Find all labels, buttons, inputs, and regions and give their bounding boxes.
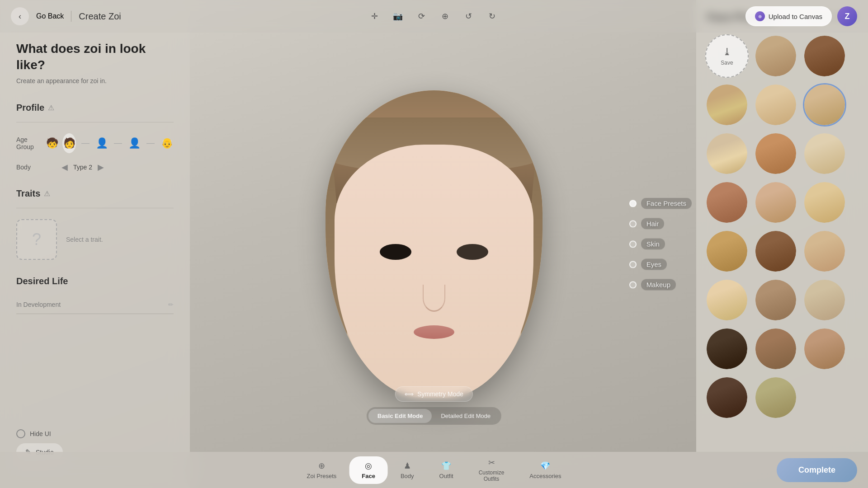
move-icon[interactable]: ✛ bbox=[366, 8, 382, 24]
preset-face-5 bbox=[804, 84, 845, 125]
preset-face-13 bbox=[755, 231, 796, 272]
age-selector[interactable]: 🧒 🧑 — 👤 — 👤 — 👴 bbox=[45, 133, 174, 153]
preset-item-20[interactable] bbox=[803, 327, 846, 371]
nav-item-accessories[interactable]: 💎 Accessories bbox=[517, 456, 574, 484]
nav-item-face[interactable]: ◎ Face bbox=[349, 456, 388, 484]
profile-divider bbox=[16, 122, 174, 122]
zoom-icon[interactable]: ⊕ bbox=[437, 8, 453, 24]
traits-row: ? Select a trait. bbox=[16, 219, 174, 260]
body-next-button[interactable]: ▶ bbox=[98, 162, 104, 172]
preset-item-19[interactable] bbox=[754, 327, 797, 371]
preset-item-4[interactable] bbox=[754, 83, 797, 127]
presets-row-2 bbox=[705, 83, 859, 127]
detailed-edit-mode-button[interactable]: Detailed Edit Mode bbox=[432, 409, 500, 423]
back-label: Go Back bbox=[36, 12, 64, 20]
hide-ui-row[interactable]: Hide UI bbox=[16, 429, 51, 438]
body-label: Body bbox=[16, 164, 61, 171]
bottom-navigation: ⊕ Zoi Presets ◎ Face ♟ Body 👕 Outfit ✂ C… bbox=[294, 453, 574, 487]
panel-subtitle: Create an appearance for zoi in. bbox=[16, 77, 174, 84]
nav-item-outfit[interactable]: 👕 Outfit bbox=[427, 456, 466, 484]
redo-icon[interactable]: ↻ bbox=[484, 8, 500, 24]
top-bar: ‹ Go Back Create Zoi ✛ 📷 ⟳ ⊕ ↺ ↻ ⊕ Uploa… bbox=[0, 0, 868, 33]
desired-life-input[interactable]: In Development ✏ bbox=[16, 296, 174, 314]
trait-slot[interactable]: ? bbox=[16, 219, 57, 260]
preset-item-13[interactable] bbox=[754, 230, 797, 273]
avatar-lips bbox=[414, 325, 454, 339]
preset-item-8[interactable] bbox=[803, 132, 846, 175]
annotation-dot-2 bbox=[629, 220, 637, 227]
age-figure-3[interactable]: 👤 bbox=[95, 133, 108, 153]
basic-edit-mode-button[interactable]: Basic Edit Mode bbox=[368, 409, 432, 423]
preset-item-11[interactable] bbox=[803, 181, 846, 224]
annotation-makeup[interactable]: Makeup bbox=[629, 279, 692, 291]
edit-icon[interactable]: ✏ bbox=[168, 301, 174, 308]
annotation-eyes[interactable]: Eyes bbox=[629, 259, 692, 270]
user-avatar-icon[interactable]: Z bbox=[837, 6, 857, 26]
zoi-presets-icon: ⊕ bbox=[318, 461, 325, 471]
age-figure-5[interactable]: 👴 bbox=[160, 133, 174, 153]
back-button[interactable]: ‹ bbox=[11, 7, 29, 25]
presets-row-6 bbox=[705, 278, 859, 322]
avatar-eye-left bbox=[380, 244, 411, 260]
age-figure-1[interactable]: 🧒 bbox=[45, 133, 59, 153]
preset-item-6[interactable] bbox=[705, 132, 749, 175]
annotation-hair[interactable]: Hair bbox=[629, 218, 692, 230]
body-label: Body bbox=[401, 473, 414, 479]
preset-item-14[interactable] bbox=[803, 230, 846, 273]
preset-item-9[interactable] bbox=[705, 181, 749, 224]
symmetry-bar: ⟺ Symmetry Mode Basic Edit Mode Detailed… bbox=[367, 386, 501, 425]
preset-item-15[interactable] bbox=[705, 278, 749, 322]
top-bar-right: ⊕ Upload to Canvas Z bbox=[745, 6, 857, 26]
nav-item-customize-outfits[interactable]: ✂ CustomizeOutfits bbox=[466, 453, 517, 487]
preset-item-7[interactable] bbox=[754, 132, 797, 175]
symmetry-mode-button[interactable]: ⟺ Symmetry Mode bbox=[395, 386, 473, 402]
preset-item-16[interactable] bbox=[754, 278, 797, 322]
preset-item-22[interactable] bbox=[754, 376, 797, 419]
preset-face-14 bbox=[804, 231, 845, 272]
nav-item-body[interactable]: ♟ Body bbox=[388, 456, 427, 484]
rotate-icon[interactable]: ⟳ bbox=[413, 8, 429, 24]
avatar-eye-right bbox=[457, 244, 488, 260]
annotation-dot-4 bbox=[629, 261, 637, 268]
preset-face-15 bbox=[707, 280, 747, 320]
annotation-face-presets[interactable]: Face Presets bbox=[629, 198, 692, 209]
preset-item-5[interactable] bbox=[803, 83, 846, 127]
undo-icon[interactable]: ↺ bbox=[460, 8, 476, 24]
presets-row-1: ⤓ Save bbox=[705, 34, 859, 78]
preset-item-17[interactable] bbox=[803, 278, 846, 322]
preset-item-12[interactable] bbox=[705, 230, 749, 273]
preset-face-4 bbox=[755, 84, 796, 125]
preset-item-21[interactable] bbox=[705, 376, 749, 419]
upload-to-canvas-button[interactable]: ⊕ Upload to Canvas bbox=[745, 6, 832, 26]
preset-face-17 bbox=[804, 280, 845, 320]
upload-icon: ⊕ bbox=[755, 11, 765, 21]
age-figure-2[interactable]: 🧑 bbox=[62, 133, 76, 153]
preset-item-18[interactable] bbox=[705, 327, 749, 371]
preset-face-19 bbox=[755, 328, 796, 369]
preset-face-11 bbox=[804, 182, 845, 223]
preset-item-3[interactable] bbox=[705, 83, 749, 127]
nav-item-zoi-presets[interactable]: ⊕ Zoi Presets bbox=[294, 456, 349, 484]
preset-face-10 bbox=[755, 182, 796, 223]
preset-item-10[interactable] bbox=[754, 181, 797, 224]
camera-icon[interactable]: 📷 bbox=[390, 8, 406, 24]
preset-item-2[interactable] bbox=[803, 34, 846, 78]
symmetry-label: Symmetry Mode bbox=[417, 390, 463, 398]
save-preset-button[interactable]: ⤓ Save bbox=[705, 34, 749, 78]
preset-face-16 bbox=[755, 280, 796, 320]
hide-ui-toggle[interactable] bbox=[16, 429, 25, 438]
annotation-label-hair: Hair bbox=[641, 218, 665, 230]
age-figure-4[interactable]: 👤 bbox=[127, 133, 141, 153]
preset-item-1[interactable] bbox=[754, 34, 797, 78]
body-prev-button[interactable]: ◀ bbox=[61, 162, 68, 172]
page-title: Create Zoi bbox=[79, 11, 121, 22]
complete-button[interactable]: Complete bbox=[777, 458, 857, 482]
preset-face-12 bbox=[707, 231, 747, 272]
panel-question: What does zoi in look like? bbox=[16, 41, 174, 74]
annotation-skin[interactable]: Skin bbox=[629, 239, 692, 250]
presets-row-5 bbox=[705, 230, 859, 273]
age-group-label: Age Group bbox=[16, 136, 45, 150]
desired-life-title: Desired Life bbox=[16, 276, 68, 286]
symmetry-icon: ⟺ bbox=[405, 390, 414, 398]
outfit-icon: 👕 bbox=[441, 461, 451, 471]
